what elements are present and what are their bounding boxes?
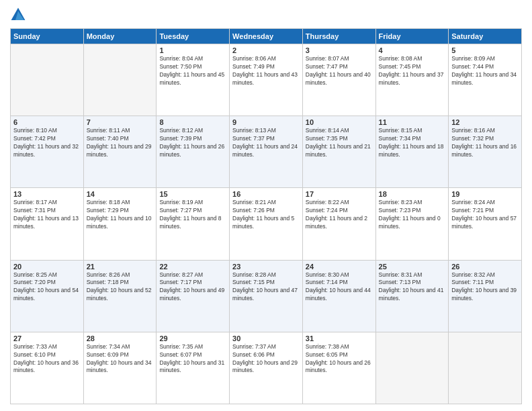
day-info: Sunrise: 7:33 AMSunset: 6:10 PMDaylight:…: [13, 343, 81, 375]
day-number: 24: [306, 263, 373, 271]
day-number: 31: [306, 334, 373, 342]
weekday-header-monday: Monday: [83, 29, 157, 44]
day-number: 19: [451, 190, 519, 198]
day-cell: 16Sunrise: 8:21 AMSunset: 7:26 PMDayligh…: [230, 188, 303, 260]
day-info: Sunrise: 7:35 AMSunset: 6:07 PMDaylight:…: [159, 343, 226, 375]
day-cell: 25Sunrise: 8:31 AMSunset: 7:13 PMDayligh…: [375, 260, 449, 332]
week-row-4: 20Sunrise: 8:25 AMSunset: 7:20 PMDayligh…: [11, 260, 522, 332]
day-info: Sunrise: 8:13 AMSunset: 7:37 PMDaylight:…: [232, 127, 300, 159]
day-info: Sunrise: 8:16 AMSunset: 7:32 PMDaylight:…: [451, 127, 519, 159]
day-info: Sunrise: 8:30 AMSunset: 7:14 PMDaylight:…: [306, 271, 373, 304]
day-cell: 28Sunrise: 7:34 AMSunset: 6:09 PMDayligh…: [83, 332, 157, 404]
day-cell: 4Sunrise: 8:08 AMSunset: 7:45 PMDaylight…: [375, 44, 449, 116]
day-info: Sunrise: 7:37 AMSunset: 6:06 PMDaylight:…: [232, 343, 300, 375]
day-cell: 19Sunrise: 8:24 AMSunset: 7:21 PMDayligh…: [449, 188, 522, 260]
day-number: 3: [306, 46, 373, 54]
weekday-header-friday: Friday: [375, 29, 449, 44]
day-info: Sunrise: 8:21 AMSunset: 7:26 PMDaylight:…: [232, 199, 300, 231]
weekday-header-thursday: Thursday: [302, 29, 375, 44]
header: [10, 7, 522, 23]
day-number: 5: [451, 46, 519, 54]
day-info: Sunrise: 8:22 AMSunset: 7:24 PMDaylight:…: [306, 199, 373, 231]
day-info: Sunrise: 7:38 AMSunset: 6:05 PMDaylight:…: [306, 343, 373, 375]
day-cell: 18Sunrise: 8:23 AMSunset: 7:23 PMDayligh…: [375, 188, 449, 260]
day-info: Sunrise: 8:11 AMSunset: 7:40 PMDaylight:…: [87, 127, 154, 159]
day-info: Sunrise: 8:17 AMSunset: 7:31 PMDaylight:…: [13, 199, 81, 231]
day-info: Sunrise: 8:19 AMSunset: 7:27 PMDaylight:…: [159, 199, 226, 231]
day-info: Sunrise: 8:18 AMSunset: 7:29 PMDaylight:…: [87, 199, 154, 231]
day-number: 8: [159, 118, 226, 126]
day-cell: 15Sunrise: 8:19 AMSunset: 7:27 PMDayligh…: [157, 188, 230, 260]
day-cell: 10Sunrise: 8:14 AMSunset: 7:35 PMDayligh…: [302, 116, 375, 188]
day-cell: 20Sunrise: 8:25 AMSunset: 7:20 PMDayligh…: [11, 260, 84, 332]
day-number: 20: [13, 263, 81, 271]
day-number: 18: [379, 190, 446, 198]
day-cell: 26Sunrise: 8:32 AMSunset: 7:11 PMDayligh…: [449, 260, 522, 332]
week-row-2: 6Sunrise: 8:10 AMSunset: 7:42 PMDaylight…: [11, 116, 522, 188]
day-cell: 6Sunrise: 8:10 AMSunset: 7:42 PMDaylight…: [11, 116, 84, 188]
day-info: Sunrise: 8:08 AMSunset: 7:45 PMDaylight:…: [379, 55, 446, 87]
day-number: 17: [306, 190, 373, 198]
day-info: Sunrise: 7:34 AMSunset: 6:09 PMDaylight:…: [87, 343, 154, 375]
weekday-header-saturday: Saturday: [449, 29, 522, 44]
week-row-1: 1Sunrise: 8:04 AMSunset: 7:50 PMDaylight…: [11, 44, 522, 116]
day-info: Sunrise: 8:32 AMSunset: 7:11 PMDaylight:…: [451, 271, 519, 304]
day-cell: 14Sunrise: 8:18 AMSunset: 7:29 PMDayligh…: [83, 188, 157, 260]
day-info: Sunrise: 8:28 AMSunset: 7:15 PMDaylight:…: [232, 271, 300, 304]
day-info: Sunrise: 8:15 AMSunset: 7:34 PMDaylight:…: [379, 127, 446, 159]
day-cell: 27Sunrise: 7:33 AMSunset: 6:10 PMDayligh…: [11, 332, 84, 404]
day-number: 10: [306, 118, 373, 126]
day-info: Sunrise: 8:31 AMSunset: 7:13 PMDaylight:…: [379, 271, 446, 304]
day-cell: 5Sunrise: 8:09 AMSunset: 7:44 PMDaylight…: [449, 44, 522, 116]
day-cell: 21Sunrise: 8:26 AMSunset: 7:18 PMDayligh…: [83, 260, 157, 332]
weekday-header-row: SundayMondayTuesdayWednesdayThursdayFrid…: [11, 29, 522, 44]
weekday-header-tuesday: Tuesday: [157, 29, 230, 44]
day-number: 28: [87, 334, 154, 342]
day-number: 15: [159, 190, 226, 198]
day-cell: 7Sunrise: 8:11 AMSunset: 7:40 PMDaylight…: [83, 116, 157, 188]
day-cell: [449, 332, 522, 404]
day-number: 30: [232, 334, 300, 342]
day-cell: 1Sunrise: 8:04 AMSunset: 7:50 PMDaylight…: [157, 44, 230, 116]
day-cell: 29Sunrise: 7:35 AMSunset: 6:07 PMDayligh…: [157, 332, 230, 404]
day-cell: 11Sunrise: 8:15 AMSunset: 7:34 PMDayligh…: [375, 116, 449, 188]
day-cell: 12Sunrise: 8:16 AMSunset: 7:32 PMDayligh…: [449, 116, 522, 188]
day-cell: 24Sunrise: 8:30 AMSunset: 7:14 PMDayligh…: [302, 260, 375, 332]
day-cell: 13Sunrise: 8:17 AMSunset: 7:31 PMDayligh…: [11, 188, 84, 260]
weekday-header-sunday: Sunday: [11, 29, 84, 44]
week-row-3: 13Sunrise: 8:17 AMSunset: 7:31 PMDayligh…: [11, 188, 522, 260]
day-cell: 17Sunrise: 8:22 AMSunset: 7:24 PMDayligh…: [302, 188, 375, 260]
day-number: 22: [159, 263, 226, 271]
day-info: Sunrise: 8:25 AMSunset: 7:20 PMDaylight:…: [13, 271, 81, 304]
day-number: 21: [87, 263, 154, 271]
day-cell: 9Sunrise: 8:13 AMSunset: 7:37 PMDaylight…: [230, 116, 303, 188]
day-cell: 3Sunrise: 8:07 AMSunset: 7:47 PMDaylight…: [302, 44, 375, 116]
day-info: Sunrise: 8:12 AMSunset: 7:39 PMDaylight:…: [159, 127, 226, 159]
day-number: 29: [159, 334, 226, 342]
day-cell: 31Sunrise: 7:38 AMSunset: 6:05 PMDayligh…: [302, 332, 375, 404]
day-cell: [83, 44, 157, 116]
logo-icon: [10, 7, 26, 23]
day-info: Sunrise: 8:24 AMSunset: 7:21 PMDaylight:…: [451, 199, 519, 231]
day-number: 1: [159, 46, 226, 54]
day-info: Sunrise: 8:07 AMSunset: 7:47 PMDaylight:…: [306, 55, 373, 87]
day-number: 12: [451, 118, 519, 126]
day-number: 11: [379, 118, 446, 126]
day-number: 14: [87, 190, 154, 198]
page: SundayMondayTuesdayWednesdayThursdayFrid…: [0, 0, 532, 411]
day-number: 26: [451, 263, 519, 271]
logo: [10, 7, 29, 23]
day-number: 13: [13, 190, 81, 198]
day-number: 23: [232, 263, 300, 271]
day-info: Sunrise: 8:06 AMSunset: 7:49 PMDaylight:…: [232, 55, 300, 87]
week-row-5: 27Sunrise: 7:33 AMSunset: 6:10 PMDayligh…: [11, 332, 522, 404]
calendar-table: SundayMondayTuesdayWednesdayThursdayFrid…: [10, 28, 522, 404]
day-cell: 2Sunrise: 8:06 AMSunset: 7:49 PMDaylight…: [230, 44, 303, 116]
day-info: Sunrise: 8:04 AMSunset: 7:50 PMDaylight:…: [159, 55, 226, 87]
day-cell: 30Sunrise: 7:37 AMSunset: 6:06 PMDayligh…: [230, 332, 303, 404]
day-number: 27: [13, 334, 81, 342]
day-info: Sunrise: 8:23 AMSunset: 7:23 PMDaylight:…: [379, 199, 446, 231]
day-cell: 8Sunrise: 8:12 AMSunset: 7:39 PMDaylight…: [157, 116, 230, 188]
day-number: 9: [232, 118, 300, 126]
day-number: 2: [232, 46, 300, 54]
